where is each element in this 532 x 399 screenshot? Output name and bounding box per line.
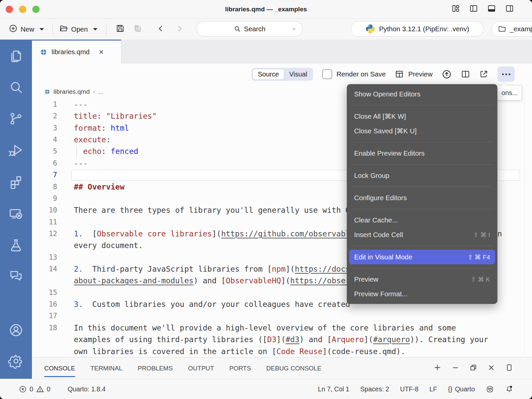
tab-close-icon[interactable]: ✕	[98, 48, 104, 56]
panel-tab-problems[interactable]: PROBLEMS	[138, 357, 173, 379]
search-icon	[8, 79, 24, 95]
menu-separator	[352, 105, 492, 105]
search-input[interactable]: Search	[196, 21, 303, 37]
line-number: 5	[32, 146, 57, 157]
code-line[interactable]: examples of using third-party libraries …	[32, 334, 532, 345]
toggle-secondary-sidebar-icon[interactable]	[505, 4, 514, 14]
context-menu-item[interactable]: Lock Group	[347, 168, 497, 183]
line-number	[32, 346, 57, 357]
feedback-smiley-icon[interactable]	[486, 385, 494, 393]
context-menu-item[interactable]: Preview⇧ ⌘ K	[347, 272, 497, 287]
more-actions-button[interactable]	[497, 66, 515, 82]
status-bar: 0 0 Quarto: 1.8.4 Ln 7, Col 1 Spaces: 2 …	[0, 379, 532, 399]
quarto-icon	[40, 49, 47, 56]
panel-tab-output[interactable]: OUTPUT	[188, 357, 214, 379]
customize-layout-icon[interactable]	[451, 4, 460, 14]
sidebar-item-extensions[interactable]	[8, 174, 24, 190]
line-number: 12	[32, 228, 57, 240]
eol-sequence[interactable]: LF	[430, 385, 437, 393]
code-line[interactable]: 17	[32, 310, 532, 322]
menu-separator	[352, 246, 492, 246]
toggle-panel-icon[interactable]	[487, 4, 496, 14]
search-placeholder: Search	[244, 25, 266, 33]
save-all-icon[interactable]	[133, 24, 143, 35]
git-branch-icon	[8, 111, 24, 126]
context-menu-item[interactable]: Close All [⌘K W]	[347, 109, 497, 124]
context-menu-item[interactable]: Edit in Visual Mode⇧ ⌘ F4	[349, 250, 495, 264]
editor-toolbar: Source Visual Render on Save Preview	[32, 64, 532, 85]
close-icon[interactable]	[487, 363, 495, 373]
context-menu-item[interactable]: Insert Code Cell⇧ ⌘ I	[347, 227, 497, 242]
breadcrumb-more[interactable]: ...	[98, 88, 103, 95]
interpreter-selector[interactable]: Python 3.12.1 (PipEnv: .venv)	[351, 21, 484, 37]
plus-icon[interactable]	[433, 363, 442, 373]
sidebar-item-explorer[interactable]	[8, 48, 24, 64]
project-selector[interactable]: _examples	[491, 21, 532, 37]
cursor-position[interactable]: Ln 7, Col 1	[318, 385, 349, 393]
open-button[interactable]: Open	[59, 24, 100, 35]
code-text: In this document we'll provide a high-le…	[74, 322, 456, 334]
language-mode[interactable]: {} Quarto	[448, 385, 475, 393]
error-icon	[19, 385, 27, 393]
line-number: 17	[32, 310, 57, 322]
tab-libraries-qmd[interactable]: libraries.qmd ✕	[32, 40, 121, 64]
line-number: 14	[32, 263, 57, 275]
tab-label: libraries.qmd	[52, 48, 89, 56]
sidebar-item-comments[interactable]	[8, 268, 24, 283]
sidebar-item-testing[interactable]	[8, 237, 24, 253]
panel-tab-ports[interactable]: PORTS	[229, 357, 251, 379]
line-number: 8	[32, 181, 57, 193]
minimize-icon[interactable]	[451, 363, 460, 373]
sidebar-item-source-control[interactable]	[8, 111, 24, 126]
breadcrumb-chevron: ›	[93, 88, 95, 95]
sidebar-item-account[interactable]	[8, 323, 24, 338]
panel-tab-console[interactable]: CONSOLE	[44, 357, 75, 379]
extensions-icon	[8, 174, 24, 190]
sidebar-item-sessions[interactable]	[8, 206, 24, 221]
context-menu-item[interactable]: Enable Preview Editors	[347, 146, 497, 161]
code-line[interactable]: 18In this document we'll provide a high-…	[32, 322, 532, 334]
new-button[interactable]: New	[9, 24, 46, 35]
panel-tab-debug-console[interactable]: DEBUG CONSOLE	[266, 357, 322, 379]
app-window: libraries.qmd — _examples New Open Searc…	[0, 0, 532, 399]
restore-icon[interactable]	[469, 363, 477, 373]
panel-layout-icon[interactable]	[505, 363, 513, 373]
breadcrumb-file[interactable]: libraries.qmd	[54, 88, 90, 95]
toggle-sidebar-icon[interactable]	[469, 4, 478, 14]
split-editor-icon[interactable]	[461, 69, 470, 79]
code-text: execute:	[74, 134, 111, 146]
notifications-bell-icon[interactable]	[505, 385, 513, 393]
back-button[interactable]	[157, 24, 165, 34]
context-menu-item[interactable]: Show Opened Editors	[347, 87, 497, 101]
account-icon	[8, 323, 24, 338]
panel-tab-terminal[interactable]: TERMINAL	[90, 357, 122, 379]
menu-item-label: Edit in Visual Mode	[354, 253, 467, 261]
context-menu-item[interactable]: Preview Format...	[347, 287, 497, 301]
forward-button[interactable]	[175, 24, 184, 34]
menu-item-label: Clear Cache...	[354, 216, 490, 224]
context-menu-item[interactable]: Close Saved [⌘K U]	[347, 124, 497, 138]
open-in-window-icon[interactable]	[479, 69, 488, 79]
sidebar-item-search[interactable]	[8, 79, 24, 95]
render-on-save-label: Render on Save	[336, 70, 386, 78]
monitor-x-icon	[8, 206, 24, 221]
editor-actions-context-menu: Show Opened EditorsClose All [⌘K W]Close…	[347, 84, 497, 304]
quarto-version[interactable]: Quarto: 1.8.4	[68, 385, 106, 393]
sidebar-item-settings[interactable]	[8, 353, 24, 369]
menu-item-label: Preview Format...	[354, 290, 490, 298]
context-menu-item[interactable]: Configure Editors	[347, 191, 497, 205]
render-on-save-checkbox[interactable]	[322, 69, 332, 79]
preview-button[interactable]: Preview	[395, 69, 433, 79]
render-icon[interactable]	[442, 69, 452, 79]
toolbar-divider	[53, 23, 53, 35]
encoding[interactable]: UTF-8	[400, 385, 418, 393]
problems-indicator[interactable]: 0 0	[19, 385, 51, 393]
source-mode-button[interactable]: Source	[252, 69, 284, 80]
line-number: 13	[32, 252, 57, 263]
visual-mode-button[interactable]: Visual	[284, 69, 312, 79]
save-icon[interactable]	[115, 24, 125, 35]
context-menu-item[interactable]: Clear Cache...	[347, 213, 497, 227]
indentation[interactable]: Spaces: 2	[360, 385, 389, 393]
code-line[interactable]: own libraries is covered in the article …	[32, 346, 532, 357]
sidebar-item-run-debug[interactable]	[8, 143, 24, 158]
